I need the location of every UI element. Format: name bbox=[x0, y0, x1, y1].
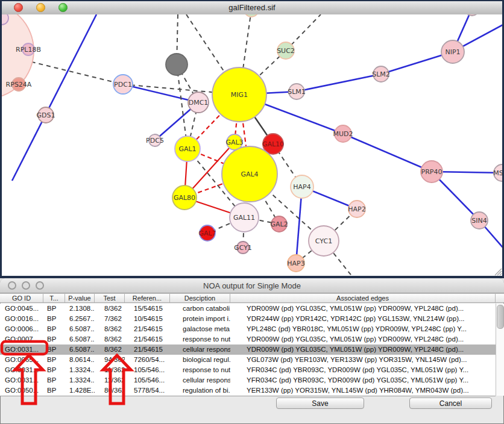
node-GRAY[interactable] bbox=[166, 54, 187, 75]
cell: GO:0045... bbox=[0, 304, 43, 314]
node-label: MUD2 bbox=[333, 130, 353, 138]
column-header-referen[interactable]: Referen... bbox=[125, 294, 170, 302]
cell: YPL248C (pd) YBR018C, YML051W (pp) YDR00… bbox=[230, 324, 496, 334]
node-SLM1[interactable]: SLM1 bbox=[288, 84, 306, 99]
node-label: PDC1 bbox=[114, 81, 132, 89]
cell: GO:0031... bbox=[0, 375, 43, 385]
table-row[interactable]: GO:0065...BP8.0614...94/3627260/54...bio… bbox=[0, 355, 496, 365]
cell: galactose meta... bbox=[170, 324, 230, 334]
node-label: RPS24A bbox=[6, 81, 32, 89]
node-label: GAL7 bbox=[198, 229, 216, 237]
cell: BP bbox=[43, 314, 65, 324]
table-row[interactable]: GO:0031...BP1.3324...11/362105/546...cel… bbox=[0, 375, 496, 385]
node-MIG1[interactable]: MIG1 bbox=[212, 67, 266, 122]
table-row[interactable]: GO:0016...BP6.2567...7/36210/54615protei… bbox=[0, 314, 496, 324]
cell: 8/362 bbox=[95, 344, 125, 355]
node-label: MIG1 bbox=[231, 91, 248, 99]
node-GCY1[interactable]: GCY1 bbox=[234, 242, 252, 254]
cell: biological regul... bbox=[170, 355, 230, 365]
table-row[interactable]: GO:0045...BP2.1308...8/36215/54615carbon… bbox=[0, 304, 496, 314]
cell: GO:0007... bbox=[0, 334, 43, 344]
table-row[interactable]: GO:0006...BP6.5087...8/36221/54615galact… bbox=[0, 324, 496, 334]
node-MUD2[interactable]: MUD2 bbox=[333, 125, 353, 142]
node-GAL11[interactable]: GAL11 bbox=[230, 203, 259, 232]
cell: BP bbox=[43, 324, 65, 334]
node-HAP3[interactable]: HAP3 bbox=[287, 255, 304, 272]
cell: GO:0016... bbox=[0, 314, 43, 324]
node-GAL1[interactable]: GAL1 bbox=[175, 136, 200, 161]
node-DMC1[interactable]: DMC1 bbox=[188, 92, 209, 113]
table-row[interactable]: GO:0031...BP1.3324...11/362105/546...res… bbox=[0, 365, 496, 375]
scrollbar-thumb[interactable] bbox=[497, 305, 504, 329]
node-SIN4[interactable]: SIN4 bbox=[471, 212, 488, 229]
network-canvas[interactable]: RPL18BRPS24AGDS1PDC1DMC1SUC2MIG1SLM1SLM2… bbox=[2, 14, 502, 276]
cell: 2.1308... bbox=[65, 304, 95, 314]
node-HAP2[interactable]: HAP2 bbox=[348, 201, 365, 217]
cancel-button[interactable]: Cancel bbox=[409, 398, 492, 409]
column-header-goid[interactable]: GO ID bbox=[0, 294, 43, 302]
node-GDS1[interactable]: GDS1 bbox=[37, 107, 55, 123]
node-GAL2[interactable]: GAL2 bbox=[270, 216, 288, 232]
column-header-associatededges[interactable]: Associated edges bbox=[230, 294, 496, 302]
node-CYC1[interactable]: CYC1 bbox=[309, 226, 339, 256]
node-HAP4[interactable]: HAP4 bbox=[291, 175, 313, 198]
header-scrollbar-corner bbox=[496, 294, 504, 302]
table-row[interactable]: GO:0031...BP6.5087...8/36221/54615cellul… bbox=[0, 344, 496, 355]
cell: YDR009W (pd) YGL035C, YML051W (pp) YDR00… bbox=[230, 304, 496, 314]
column-header-test[interactable]: Test bbox=[95, 294, 125, 302]
node-NIP1[interactable]: NIP1 bbox=[441, 40, 464, 63]
cell: 105/546... bbox=[125, 365, 170, 375]
node-PRP40[interactable]: PRP40 bbox=[421, 161, 443, 182]
save-button[interactable]: Save bbox=[276, 398, 364, 409]
node-label: HAP2 bbox=[348, 205, 365, 213]
cell: YDR244W (pp) YDR142C, YDR142C (pp) YGL15… bbox=[230, 314, 496, 324]
cell: 5778/54... bbox=[125, 385, 170, 396]
node-label: HAP3 bbox=[287, 260, 304, 267]
node-PDC1[interactable]: PDC1 bbox=[113, 75, 133, 94]
node-GT1[interactable] bbox=[244, 14, 259, 17]
cell: YDR009W (pd) YGL035C, YML051W (pp) YDR00… bbox=[230, 344, 496, 355]
node-SLM2[interactable]: SLM2 bbox=[372, 66, 390, 82]
network-window: galFiltered.sif RPL18BRPS24AGDS1PDC1DMC1… bbox=[0, 0, 504, 278]
cell: 6.2567... bbox=[65, 314, 95, 324]
node-GAL80[interactable]: GAL80 bbox=[172, 186, 197, 210]
column-header-t[interactable]: T... bbox=[43, 294, 65, 302]
network-window-titlebar[interactable]: galFiltered.sif bbox=[2, 1, 502, 15]
node-label: SLM2 bbox=[372, 70, 390, 78]
cell: carbon cataboli... bbox=[170, 304, 230, 314]
network-svg[interactable]: RPL18BRPS24AGDS1PDC1DMC1SUC2MIG1SLM1SLM2… bbox=[2, 14, 502, 276]
vertical-scrollbar[interactable] bbox=[496, 304, 504, 396]
cell: 6.5087... bbox=[65, 324, 95, 334]
node-TR1[interactable] bbox=[465, 14, 479, 16]
node-label: GAL3 bbox=[225, 139, 243, 146]
noa-output-window: NOA output for Single Mode GO IDT...P-va… bbox=[0, 278, 504, 424]
table-row[interactable]: GO:0007...BP6.5087...8/36221/54615respon… bbox=[0, 334, 496, 344]
cell: GO:0050... bbox=[0, 385, 43, 396]
cell: 8/362 bbox=[95, 324, 125, 334]
cell: YGL073W (pd) YER103W, YER133W (pp) YOR31… bbox=[230, 355, 496, 365]
cell: BP bbox=[43, 375, 65, 385]
node-PDC5[interactable]: PDC5 bbox=[146, 134, 164, 146]
column-header-pvalue[interactable]: P-value bbox=[65, 294, 95, 302]
node-MSL1[interactable]: MSL1 bbox=[493, 164, 502, 181]
cell: protein import i... bbox=[170, 314, 230, 324]
cell: YDR009W (pd) YGL035C, YML051W (pp) YDR00… bbox=[230, 334, 496, 344]
cell: YFR034C (pd) YBR093C, YDR009W (pd) YGL03… bbox=[230, 365, 496, 375]
node-label: GAL10 bbox=[262, 140, 284, 148]
network-window-title: galFiltered.sif bbox=[2, 3, 502, 12]
column-header-desciption[interactable]: Desciption bbox=[170, 294, 230, 302]
cell: cellular respons... bbox=[170, 375, 230, 385]
resize-grip[interactable] bbox=[495, 269, 502, 275]
node-label: GCY1 bbox=[234, 244, 252, 252]
node-GAL4[interactable]: GAL4 bbox=[222, 146, 277, 202]
node-SUC2[interactable]: SUC2 bbox=[277, 42, 295, 59]
noa-window-titlebar[interactable]: NOA output for Single Mode bbox=[0, 278, 504, 293]
edge-PDC1-DMC1 bbox=[123, 84, 198, 102]
cell: 21/54615 bbox=[125, 334, 170, 344]
cell: 8/362 bbox=[95, 304, 125, 314]
cell: 15/54615 bbox=[125, 304, 170, 314]
node-label: GAL4 bbox=[241, 170, 258, 178]
node-GAL7[interactable]: GAL7 bbox=[198, 225, 216, 241]
table-row[interactable]: GO:0050...BP1.428E...80/3625778/54...reg… bbox=[0, 385, 496, 396]
cell: response to nut... bbox=[170, 365, 230, 375]
